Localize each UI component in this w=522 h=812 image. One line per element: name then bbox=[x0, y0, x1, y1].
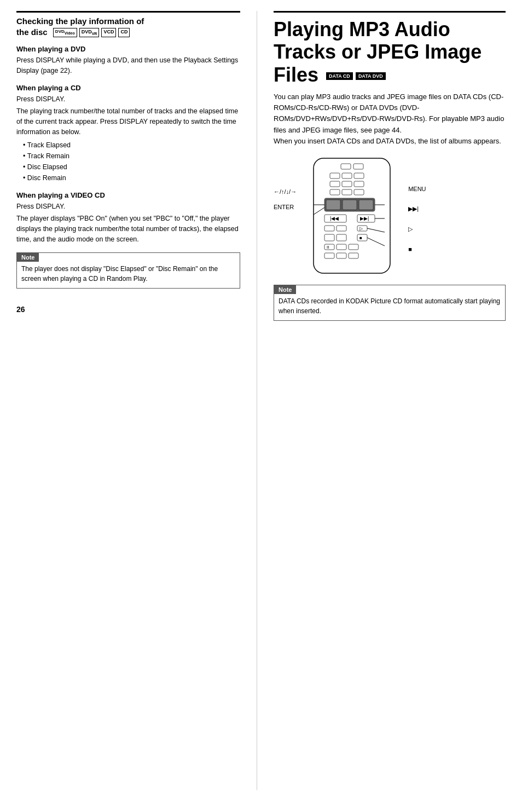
right-note-label: Note bbox=[274, 285, 296, 294]
svg-rect-9 bbox=[330, 189, 340, 195]
svg-rect-26 bbox=[357, 234, 367, 241]
disc-badges: DVDVideo DVDVR VCD CD bbox=[53, 28, 130, 37]
svg-rect-24 bbox=[324, 234, 334, 241]
svg-text:II: II bbox=[327, 245, 329, 250]
svg-rect-8 bbox=[354, 181, 364, 187]
page: Checking the play information of the dis… bbox=[0, 0, 522, 812]
label-menu: MENU bbox=[408, 186, 426, 192]
svg-rect-4 bbox=[342, 173, 352, 178]
right-column: Playing MP3 AudioTracks or JPEG Image Fi… bbox=[257, 11, 506, 790]
page-number: 26 bbox=[16, 289, 240, 314]
bullet-track-remain: Track Remain bbox=[23, 151, 240, 162]
right-badges: DATA CD DATA DVD bbox=[326, 72, 386, 80]
svg-rect-20 bbox=[324, 226, 334, 231]
title-line2: the disc DVDVideo DVDVR VCD CD bbox=[16, 27, 130, 37]
title-line1: Checking the play information of bbox=[16, 16, 144, 26]
svg-rect-14 bbox=[343, 200, 357, 210]
svg-rect-28 bbox=[324, 244, 334, 250]
right-body: You can play MP3 audio tracks and JPEG i… bbox=[274, 91, 506, 147]
badge-vcd: VCD bbox=[101, 28, 116, 37]
label-enter: ENTER bbox=[274, 204, 297, 210]
remote-labels-left: ←/↑/↓/→ ENTER bbox=[274, 156, 297, 211]
svg-rect-13 bbox=[326, 200, 340, 210]
svg-rect-25 bbox=[337, 234, 346, 241]
label-ffwd: ▶▶| bbox=[408, 205, 426, 212]
remote-labels-right: MENU ▶▶| ▷ ■ bbox=[408, 156, 426, 254]
svg-rect-15 bbox=[359, 200, 373, 210]
svg-rect-33 bbox=[337, 253, 346, 258]
right-note-text: DATA CDs recorded in KODAK Picture CD fo… bbox=[274, 296, 505, 320]
svg-rect-2 bbox=[353, 164, 363, 169]
videocd-body-2: The player displays "PBC On" (when you s… bbox=[16, 214, 240, 244]
svg-rect-21 bbox=[337, 226, 346, 231]
svg-rect-31 bbox=[349, 244, 358, 250]
bullet-track-elapsed: Track Elapsed bbox=[23, 140, 240, 151]
left-top-rule bbox=[16, 11, 240, 13]
badge-dvdvr: DVDVR bbox=[79, 28, 100, 37]
svg-line-39 bbox=[367, 228, 385, 232]
svg-rect-34 bbox=[349, 253, 358, 258]
left-note-box: Note The player does not display "Disc E… bbox=[16, 252, 240, 289]
dvd-body: Press DISPLAY while playing a DVD, and t… bbox=[16, 55, 240, 76]
badge-data-cd: DATA CD bbox=[326, 72, 353, 80]
label-stop: ■ bbox=[408, 246, 426, 252]
svg-line-40 bbox=[367, 238, 385, 246]
badge-dvdvideo: DVDVideo bbox=[53, 28, 77, 37]
svg-rect-32 bbox=[324, 253, 334, 258]
label-arrows: ←/↑/↓/→ bbox=[274, 188, 297, 195]
bullet-disc-remain: Disc Remain bbox=[23, 172, 240, 183]
subheading-cd: When playing a CD bbox=[16, 84, 240, 92]
svg-text:■: ■ bbox=[359, 235, 362, 240]
svg-line-36 bbox=[314, 208, 324, 215]
cd-body-1: Press DISPLAY. bbox=[16, 94, 240, 105]
svg-text:▶▶|: ▶▶| bbox=[360, 216, 369, 221]
right-note-box: Note DATA CDs recorded in KODAK Picture … bbox=[274, 285, 506, 321]
left-note-text: The player does not display "Disc Elapse… bbox=[17, 264, 240, 288]
left-title: Checking the play information of the dis… bbox=[16, 16, 240, 37]
left-column: Checking the play information of the dis… bbox=[16, 11, 257, 790]
svg-rect-5 bbox=[354, 173, 364, 178]
columns: Checking the play information of the dis… bbox=[16, 11, 506, 790]
svg-text:|◀◀: |◀◀ bbox=[330, 216, 339, 221]
subheading-videocd: When playing a VIDEO CD bbox=[16, 191, 240, 199]
svg-rect-30 bbox=[337, 244, 346, 250]
cd-bullet-list: Track Elapsed Track Remain Disc Elapsed … bbox=[23, 140, 240, 183]
subheading-dvd: When playing a DVD bbox=[16, 45, 240, 53]
svg-text:▷: ▷ bbox=[359, 226, 363, 231]
svg-rect-3 bbox=[330, 173, 340, 178]
label-play: ▷ bbox=[408, 226, 426, 233]
svg-rect-10 bbox=[342, 189, 352, 195]
videocd-body-1: Press DISPLAY. bbox=[16, 201, 240, 212]
right-top-rule bbox=[274, 11, 506, 13]
remote-container: ←/↑/↓/→ ENTER bbox=[274, 156, 506, 276]
badge-data-dvd: DATA DVD bbox=[356, 72, 386, 80]
svg-rect-7 bbox=[342, 181, 352, 187]
cd-body-2: The playing track number/the total numbe… bbox=[16, 106, 240, 137]
svg-rect-11 bbox=[354, 189, 364, 195]
svg-rect-6 bbox=[330, 181, 340, 187]
bullet-disc-elapsed: Disc Elapsed bbox=[23, 162, 240, 172]
right-title: Playing MP3 AudioTracks or JPEG Image Fi… bbox=[274, 18, 506, 86]
left-note-label: Note bbox=[17, 253, 39, 262]
remote-svg: |◀◀ ▶▶| ▷ ■ bbox=[300, 156, 404, 276]
badge-cd: CD bbox=[118, 28, 130, 37]
svg-rect-1 bbox=[341, 164, 351, 169]
